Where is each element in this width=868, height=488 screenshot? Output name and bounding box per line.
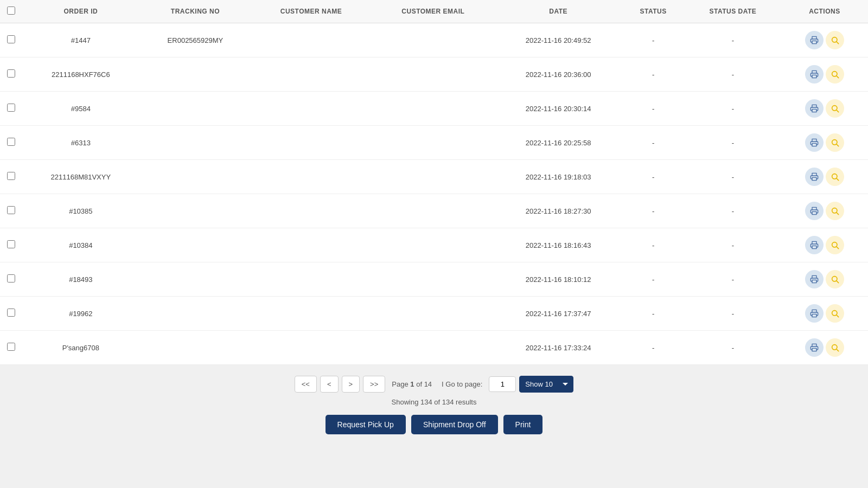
date-cell: 2022-11-16 20:36:00 — [495, 57, 622, 92]
row-checkbox-cell[interactable] — [0, 23, 22, 57]
actions-cell — [781, 228, 868, 262]
row-checkbox[interactable] — [7, 69, 15, 78]
view-row-button[interactable] — [826, 236, 844, 254]
status-date-cell: - — [685, 331, 781, 365]
svg-line-23 — [837, 281, 839, 283]
date-header: DATE — [495, 0, 622, 23]
status-date-cell: - — [685, 92, 781, 126]
view-row-button[interactable] — [826, 65, 844, 84]
print-row-button[interactable] — [805, 168, 824, 186]
view-row-button[interactable] — [826, 202, 844, 220]
customer-name-cell — [251, 160, 372, 194]
row-checkbox[interactable] — [7, 206, 15, 214]
print-row-button[interactable] — [805, 99, 824, 118]
view-row-button[interactable] — [826, 270, 844, 288]
row-checkbox[interactable] — [7, 172, 15, 180]
current-page: 1 — [410, 380, 414, 388]
print-row-button[interactable] — [805, 270, 824, 288]
request-pickup-button[interactable]: Request Pick Up — [326, 415, 406, 434]
view-row-button[interactable] — [826, 304, 844, 323]
shipment-drop-off-button[interactable]: Shipment Drop Off — [411, 415, 498, 434]
customer-email-cell — [372, 92, 495, 126]
row-checkbox-cell[interactable] — [0, 126, 22, 160]
view-row-button[interactable] — [826, 99, 844, 118]
status-cell: - — [622, 228, 684, 262]
tracking-no-cell — [140, 262, 251, 297]
row-checkbox[interactable] — [7, 274, 15, 282]
print-row-button[interactable] — [805, 338, 824, 357]
print-row-button[interactable] — [805, 304, 824, 323]
customer-email-cell — [372, 194, 495, 228]
select-all-checkbox[interactable] — [7, 7, 15, 15]
tracking-no-cell — [140, 297, 251, 331]
row-checkbox[interactable] — [7, 138, 15, 146]
customer-name-cell — [251, 331, 372, 365]
actions-cell — [781, 57, 868, 92]
go-to-page-input[interactable] — [489, 376, 516, 392]
first-page-button[interactable]: << — [295, 376, 317, 393]
customer-name-cell — [251, 194, 372, 228]
row-checkbox-cell[interactable] — [0, 228, 22, 262]
row-checkbox[interactable] — [7, 35, 15, 43]
row-checkbox-cell[interactable] — [0, 57, 22, 92]
customer-name-cell — [251, 92, 372, 126]
last-page-button[interactable]: >> — [363, 376, 385, 393]
next-page-button[interactable]: > — [342, 376, 360, 393]
customer-name-cell — [251, 297, 372, 331]
order-id-cell: #10385 — [22, 194, 140, 228]
print-all-button[interactable]: Print — [503, 415, 543, 434]
date-cell: 2022-11-16 20:30:14 — [495, 92, 622, 126]
select-all-header[interactable] — [0, 0, 22, 23]
row-checkbox[interactable] — [7, 104, 15, 112]
actions-cell — [781, 331, 868, 365]
row-checkbox[interactable] — [7, 343, 15, 351]
svg-rect-12 — [812, 177, 816, 180]
svg-line-14 — [837, 178, 839, 181]
print-row-button[interactable] — [805, 31, 824, 49]
view-row-button[interactable] — [826, 338, 844, 357]
svg-line-20 — [837, 247, 839, 249]
svg-line-29 — [837, 349, 839, 351]
order-id-cell: #1447 — [22, 23, 140, 57]
page-text: Page — [392, 380, 408, 388]
customer-email-cell — [372, 228, 495, 262]
svg-line-11 — [837, 144, 839, 146]
status-date-header: STATUS DATE — [685, 0, 781, 23]
prev-page-button[interactable]: < — [320, 376, 339, 393]
tracking-no-cell — [140, 92, 251, 126]
svg-rect-9 — [812, 143, 816, 146]
table-header-row: ORDER ID TRACKING NO CUSTOMER NAME CUSTO… — [0, 0, 868, 23]
view-row-button[interactable] — [826, 168, 844, 186]
view-row-button[interactable] — [826, 31, 844, 49]
status-cell: - — [622, 57, 684, 92]
status-date-cell: - — [685, 194, 781, 228]
row-checkbox[interactable] — [7, 309, 15, 317]
row-checkbox[interactable] — [7, 240, 15, 248]
row-checkbox-cell[interactable] — [0, 92, 22, 126]
row-checkbox-cell[interactable] — [0, 297, 22, 331]
table-row: 2211168M81VXYY2022-11-16 19:18:03-- — [0, 160, 868, 194]
status-cell: - — [622, 92, 684, 126]
row-checkbox-cell[interactable] — [0, 160, 22, 194]
order-id-cell: 2211168M81VXYY — [22, 160, 140, 194]
status-cell: - — [622, 194, 684, 228]
customer-name-header: CUSTOMER NAME — [251, 0, 372, 23]
print-row-button[interactable] — [805, 65, 824, 84]
print-row-button[interactable] — [805, 133, 824, 152]
actions-cell — [781, 92, 868, 126]
order-id-cell: #6313 — [22, 126, 140, 160]
view-row-button[interactable] — [826, 133, 844, 152]
customer-email-cell — [372, 297, 495, 331]
print-row-button[interactable] — [805, 236, 824, 254]
actions-header: ACTIONS — [781, 0, 868, 23]
row-checkbox-cell[interactable] — [0, 262, 22, 297]
svg-rect-27 — [812, 348, 816, 351]
row-checkbox-cell[interactable] — [0, 194, 22, 228]
customer-email-cell — [372, 23, 495, 57]
customer-email-header: CUSTOMER EMAIL — [372, 0, 495, 23]
footer-area: << < > >> Page 1 of 14 I Go to page: Sho… — [0, 365, 868, 461]
svg-rect-18 — [812, 246, 816, 248]
print-row-button[interactable] — [805, 202, 824, 220]
row-checkbox-cell[interactable] — [0, 331, 22, 365]
show-select[interactable]: Show 10 Show 25 Show 50 Show 100 — [519, 376, 573, 393]
